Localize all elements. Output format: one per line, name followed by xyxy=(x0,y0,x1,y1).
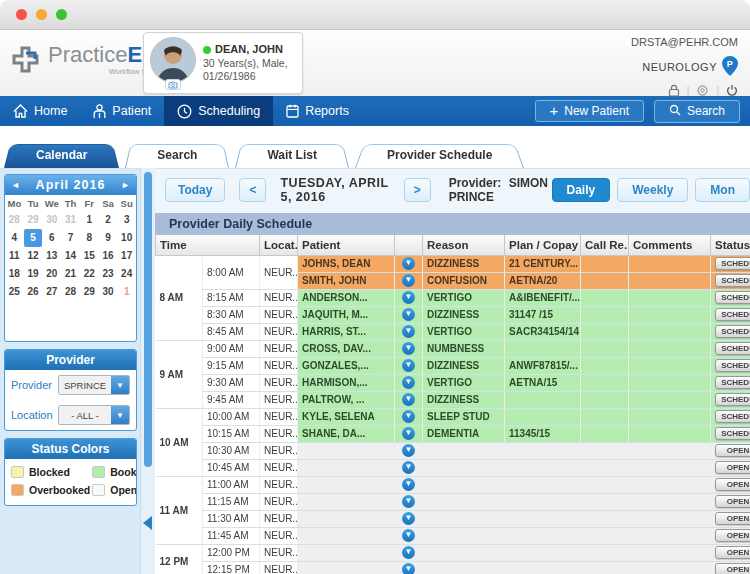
calendar-day[interactable]: 13 xyxy=(42,247,61,265)
calendar-day[interactable]: 9 xyxy=(99,229,118,247)
chevron-down-icon[interactable]: ▼ xyxy=(402,512,415,525)
calendar-day[interactable]: 10 xyxy=(117,229,136,247)
status-badge[interactable]: SCHEDU xyxy=(715,325,750,338)
appointment-row[interactable]: 10:15 AMNEUR...SHANE, DA...▼DEMENTIA1134… xyxy=(156,425,750,442)
chevron-down-icon[interactable]: ▼ xyxy=(402,546,415,559)
sidebar-scrollbar-thumb[interactable] xyxy=(144,172,152,467)
calendar-day[interactable]: 14 xyxy=(61,247,80,265)
today-button[interactable]: Today xyxy=(165,178,225,202)
status-badge[interactable]: SCHEDU xyxy=(715,427,750,440)
current-patient-card[interactable]: DEAN, JOHN 30 Years(s), Male, 01/26/1986 xyxy=(143,32,303,94)
calendar-prev-month-icon[interactable]: ◄ xyxy=(11,181,20,190)
appointment-row[interactable]: 11:45 AMNEUR...▼OPEN xyxy=(156,527,750,544)
status-badge[interactable]: SCHEDU xyxy=(715,410,750,423)
calendar-day[interactable]: 28 xyxy=(5,211,24,229)
chevron-down-icon[interactable]: ▼ xyxy=(402,427,415,440)
status-badge[interactable]: SCHEDU xyxy=(715,359,750,372)
calendar-day[interactable]: 16 xyxy=(99,247,118,265)
calendar-day[interactable]: 11 xyxy=(5,247,24,265)
status-badge[interactable]: OPEN xyxy=(715,563,750,574)
calendar-day[interactable]: 3 xyxy=(117,211,136,229)
chevron-down-icon[interactable]: ▼ xyxy=(402,461,415,474)
gear-icon[interactable] xyxy=(696,84,709,97)
calendar-day[interactable]: 29 xyxy=(24,211,43,229)
chevron-down-icon[interactable]: ▼ xyxy=(402,563,415,574)
appointment-row[interactable]: 8:30 AMNEUR...JAQUITH, M...▼DIZZINESS311… xyxy=(156,306,750,323)
calendar-day[interactable]: 25 xyxy=(5,283,24,301)
status-badge[interactable]: OPEN xyxy=(715,529,750,542)
calendar-day[interactable]: 22 xyxy=(80,265,99,283)
chevron-down-icon[interactable]: ▼ xyxy=(402,359,415,372)
calendar-day[interactable]: 31 xyxy=(61,211,80,229)
new-patient-button[interactable]: + New Patient xyxy=(535,100,644,122)
sidebar-collapse-icon[interactable] xyxy=(143,516,152,530)
calendar-day[interactable]: 17 xyxy=(117,247,136,265)
appointment-row[interactable]: 8:15 AMNEUR...ANDERSON...▼VERTIGOA&IBENE… xyxy=(156,289,750,306)
calendar-day[interactable]: 6 xyxy=(42,229,61,247)
status-badge[interactable]: OPEN xyxy=(715,512,750,525)
calendar-day[interactable]: 20 xyxy=(42,265,61,283)
chevron-down-icon[interactable]: ▼ xyxy=(402,529,415,542)
status-badge[interactable]: OPEN xyxy=(715,495,750,508)
status-badge[interactable]: OPEN xyxy=(715,444,750,457)
appointment-row[interactable]: 11 AM11:00 AMNEUR...▼OPEN xyxy=(156,476,750,493)
chevron-down-icon[interactable]: ▼ xyxy=(402,444,415,457)
appointment-row[interactable]: 8 AM8:00 AMNEUR...JOHNS, DEAN▼DIZZINESS2… xyxy=(156,255,750,272)
calendar-next-month-icon[interactable]: ► xyxy=(121,181,130,190)
chevron-down-icon[interactable]: ▼ xyxy=(402,291,415,304)
view-button-daily[interactable]: Daily xyxy=(552,178,611,202)
calendar-day[interactable]: 1 xyxy=(80,211,99,229)
appointment-row[interactable]: 9:45 AMNEUR...PALTROW, ...▼DIZZINESSSCHE… xyxy=(156,391,750,408)
status-badge[interactable]: SCHEDU xyxy=(715,291,750,304)
status-badge[interactable]: SCHEDU xyxy=(715,376,750,389)
view-button-weekly[interactable]: Weekly xyxy=(617,178,688,202)
provider-dropdown[interactable]: SPRINCE▼ xyxy=(58,375,130,395)
calendar-day[interactable]: 23 xyxy=(99,265,118,283)
status-badge[interactable]: SCHEDU xyxy=(715,393,750,406)
status-badge[interactable]: OPEN xyxy=(715,546,750,559)
tab-provider-schedule[interactable]: Provider Schedule xyxy=(365,141,514,168)
location-dropdown[interactable]: - ALL -▼ xyxy=(58,405,130,425)
nav-item-home[interactable]: Home xyxy=(0,96,80,126)
calendar-day-selected[interactable]: 5 xyxy=(24,229,43,247)
zoom-window-button[interactable] xyxy=(56,9,67,20)
calendar-day[interactable]: 24 xyxy=(117,265,136,283)
tab-calendar[interactable]: Calendar xyxy=(14,141,109,168)
calendar-day[interactable]: 8 xyxy=(80,229,99,247)
tab-search[interactable]: Search xyxy=(135,141,219,168)
chevron-down-icon[interactable]: ▼ xyxy=(402,410,415,423)
next-day-button[interactable]: > xyxy=(404,178,431,202)
calendar-day[interactable]: 19 xyxy=(24,265,43,283)
calendar-day[interactable]: 30 xyxy=(42,211,61,229)
appointment-row[interactable]: 10:45 AMNEUR...▼OPEN xyxy=(156,459,750,476)
appointment-row[interactable]: 10 AM10:00 AMNEUR...KYLE, SELENA▼SLEEP S… xyxy=(156,408,750,425)
appointment-row[interactable]: 11:15 AMNEUR...▼OPEN xyxy=(156,493,750,510)
chevron-down-icon[interactable]: ▼ xyxy=(402,308,415,321)
calendar-day[interactable]: 29 xyxy=(80,283,99,301)
status-badge[interactable]: SCHEDU xyxy=(715,308,750,321)
location-pin-icon[interactable]: P xyxy=(722,56,738,78)
close-window-button[interactable] xyxy=(16,9,27,20)
nav-item-reports[interactable]: Reports xyxy=(273,96,362,126)
calendar-day[interactable]: 26 xyxy=(24,283,43,301)
camera-icon[interactable] xyxy=(165,79,181,90)
chevron-down-icon[interactable]: ▼ xyxy=(402,257,415,270)
calendar-day[interactable]: 28 xyxy=(61,283,80,301)
nav-item-patient[interactable]: Patient xyxy=(80,96,164,126)
search-button[interactable]: Search xyxy=(654,100,740,123)
calendar-day[interactable]: 4 xyxy=(5,229,24,247)
calendar-day[interactable]: 18 xyxy=(5,265,24,283)
status-badge[interactable]: OPEN xyxy=(715,478,750,491)
status-badge[interactable]: SCHEDU xyxy=(715,257,750,270)
tab-wait-list[interactable]: Wait List xyxy=(245,141,339,168)
chevron-down-icon[interactable]: ▼ xyxy=(402,325,415,338)
appointment-row[interactable]: 12:15 PMNEUR...▼OPEN xyxy=(156,561,750,574)
view-button-mon[interactable]: Mon xyxy=(695,178,750,202)
lock-icon[interactable] xyxy=(668,84,680,97)
appointment-row[interactable]: 9 AM9:00 AMNEUR...CROSS, DAV...▼NUMBNESS… xyxy=(156,340,750,357)
calendar-day[interactable]: 12 xyxy=(24,247,43,265)
appointment-row[interactable]: 8:45 AMNEUR...HARRIS, ST...▼VERTIGOSACR3… xyxy=(156,323,750,340)
chevron-down-icon[interactable]: ▼ xyxy=(402,342,415,355)
chevron-down-icon[interactable]: ▼ xyxy=(402,376,415,389)
calendar-day[interactable]: 7 xyxy=(61,229,80,247)
